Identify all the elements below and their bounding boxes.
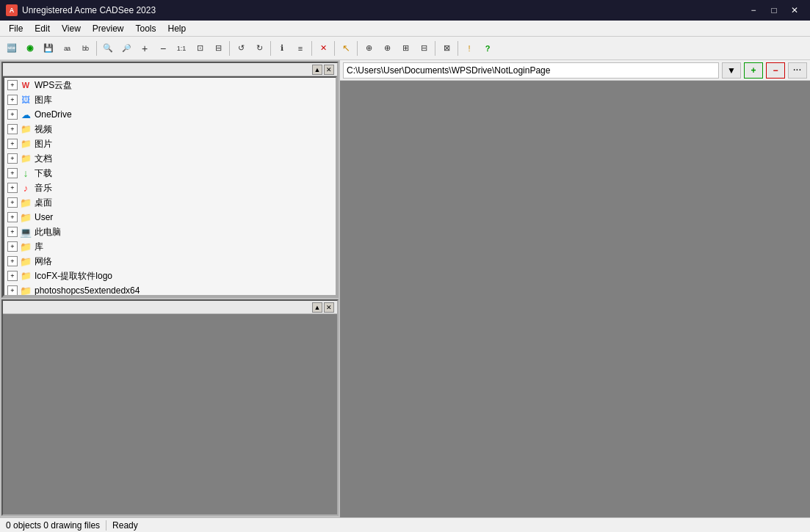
list-item[interactable]: + ↓ 下载 [4,166,336,181]
tb-zoom-out[interactable]: − [154,40,172,57]
tb-zoom-11[interactable]: 1:1 [173,40,190,57]
left-panel: ▲ ✕ + W WPS云盘 + 🖼 图库 [0,60,340,517]
tree-expander[interactable]: + [7,197,18,208]
address-add[interactable]: + [744,62,763,79]
tb-grid1[interactable]: ⊞ [397,40,414,57]
list-item[interactable]: + 📁 文档 [4,151,336,166]
tb-help[interactable]: ? [479,40,496,57]
menu-preview[interactable]: Preview [87,22,130,35]
tree-pane-minimize[interactable]: ▲ [312,65,322,75]
tb-save[interactable]: 💾 [40,40,57,57]
tb-aa[interactable]: aa [58,40,76,57]
address-more[interactable]: ··· [788,62,807,79]
status-ready: Ready [112,520,138,531]
tree-expander[interactable]: + [7,256,18,266]
tb-sep-4 [311,41,312,56]
tb-exclamation[interactable]: ! [460,40,478,57]
tb-select[interactable]: ↖ [337,40,355,57]
tree-expander[interactable]: + [7,153,18,164]
tree-pane-close[interactable]: ✕ [324,65,334,75]
tb-fit2[interactable]: ⊟ [209,40,227,57]
address-input[interactable] [343,62,719,79]
close-button[interactable]: ✕ [785,4,804,17]
list-item[interactable]: + 📁 网络 [4,254,336,269]
tree-expander[interactable]: + [7,109,18,120]
preview-pane-minimize[interactable]: ▲ [312,302,322,313]
tb-rotate-left[interactable]: ↺ [232,40,250,57]
tree-expander[interactable]: + [7,80,18,90]
tree-expander[interactable]: + [7,124,18,134]
main-area: ▲ ✕ + W WPS云盘 + 🖼 图库 [0,60,810,517]
list-item[interactable]: + 📁 桌面 [4,195,336,210]
preview-pane-close[interactable]: ✕ [324,302,334,313]
tree-pane-controls: ▲ ✕ [312,65,334,75]
list-item[interactable]: + 📁 库 [4,239,336,254]
list-item[interactable]: + 📁 User [4,210,336,225]
tree-expander[interactable]: + [7,227,18,237]
tb-measure1[interactable]: ⊕ [360,40,377,57]
tb-sep-6 [357,41,358,56]
tb-sep-3 [270,41,271,56]
preview-pane-controls: ▲ ✕ [312,302,334,313]
onedrive-icon: ☁ [20,109,32,120]
tb-zoom-in-small[interactable]: 🔍 [99,40,117,57]
tree-expander[interactable]: + [7,168,18,178]
status-separator [106,520,106,531]
tb-grid2[interactable]: ⊟ [415,40,433,57]
tb-fit1[interactable]: ⊡ [191,40,209,57]
tree-item-label: 桌面 [35,197,52,209]
tb-rotate-right[interactable]: ↻ [250,40,268,57]
tb-zoom-out-small[interactable]: 🔎 [117,40,135,57]
tb-zoom-in[interactable]: + [136,40,153,57]
gallery-icon: 🖼 [20,94,32,106]
tb-new[interactable]: 🆕 [3,40,21,57]
menu-tools[interactable]: Tools [130,22,162,35]
file-tree[interactable]: + W WPS云盘 + 🖼 图库 + ☁ OneDrive [3,76,337,296]
tree-item-label: OneDrive [35,109,72,120]
tree-item-label: IcoFX-提取软件logo [35,270,112,283]
address-sub[interactable]: − [766,62,785,79]
tree-expander[interactable]: + [7,183,18,193]
address-bar: ▼ + − ··· [340,60,810,81]
tb-close-file[interactable]: ✕ [314,40,332,57]
downloads-icon: ↓ [20,167,32,179]
address-dropdown[interactable]: ▼ [722,62,741,79]
menu-edit[interactable]: Edit [29,22,56,35]
minimize-button[interactable]: − [744,4,763,17]
viewer-canvas [340,81,810,517]
tree-expander[interactable]: + [7,285,18,296]
photoshop-icon: 📁 [20,285,32,296]
list-item[interactable]: + 📁 IcoFX-提取软件logo [4,269,336,283]
tb-compare[interactable]: ⊠ [438,40,455,57]
tree-expander[interactable]: + [7,241,18,252]
list-item[interactable]: + 📁 photoshopcs5extendedx64 [4,283,336,296]
maximize-button[interactable]: □ [764,4,784,17]
list-item[interactable]: + W WPS云盘 [4,78,336,92]
title-controls: − □ ✕ [744,4,804,17]
tree-item-label: WPS云盘 [35,79,72,92]
list-item[interactable]: + 📁 图片 [4,136,336,151]
library-icon: 📁 [20,241,32,252]
list-item[interactable]: + 💻 此电脑 [4,225,336,239]
tb-sep-8 [458,41,458,56]
menu-help[interactable]: Help [162,22,192,35]
list-item[interactable]: + 📁 视频 [4,122,336,136]
computer-icon: 💻 [20,226,32,238]
tb-layers[interactable]: ≡ [292,40,309,57]
menu-file[interactable]: File [3,22,29,35]
tree-expander[interactable]: + [7,271,18,281]
tb-measure2[interactable]: ⊕ [378,40,396,57]
list-item[interactable]: + ♪ 音乐 [4,181,336,195]
tb-bb[interactable]: bb [76,40,94,57]
list-item[interactable]: + ☁ OneDrive [4,107,336,122]
tree-expander[interactable]: + [7,139,18,149]
tb-info[interactable]: ℹ [273,40,291,57]
list-item[interactable]: + 🖼 图库 [4,92,336,107]
network-icon: 📁 [20,255,32,267]
tree-expander[interactable]: + [7,95,18,105]
preview-pane-header: ▲ ✕ [3,301,337,314]
menu-view[interactable]: View [56,22,87,35]
tb-open[interactable]: ◉ [21,40,39,57]
tree-expander[interactable]: + [7,212,18,222]
tree-item-label: 图库 [35,94,52,106]
